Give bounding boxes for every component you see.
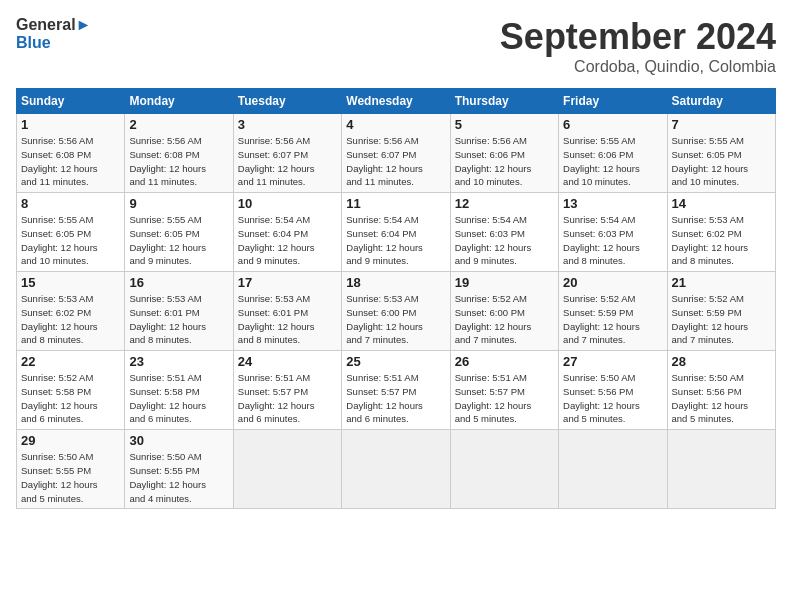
day-info: Sunrise: 5:56 AM Sunset: 6:07 PM Dayligh… [238, 134, 337, 189]
day-info: Sunrise: 5:54 AM Sunset: 6:03 PM Dayligh… [455, 213, 554, 268]
day-info: Sunrise: 5:56 AM Sunset: 6:07 PM Dayligh… [346, 134, 445, 189]
day-info: Sunrise: 5:55 AM Sunset: 6:06 PM Dayligh… [563, 134, 662, 189]
day-info: Sunrise: 5:50 AM Sunset: 5:56 PM Dayligh… [563, 371, 662, 426]
calendar-cell: 14Sunrise: 5:53 AM Sunset: 6:02 PM Dayli… [667, 193, 775, 272]
day-number: 17 [238, 275, 337, 290]
calendar-cell: 15Sunrise: 5:53 AM Sunset: 6:02 PM Dayli… [17, 272, 125, 351]
day-number: 28 [672, 354, 771, 369]
calendar-cell: 22Sunrise: 5:52 AM Sunset: 5:58 PM Dayli… [17, 351, 125, 430]
page-header: General► Blue September 2024 Cordoba, Qu… [16, 16, 776, 76]
day-info: Sunrise: 5:51 AM Sunset: 5:57 PM Dayligh… [346, 371, 445, 426]
calendar-week-1: 1Sunrise: 5:56 AM Sunset: 6:08 PM Daylig… [17, 114, 776, 193]
day-info: Sunrise: 5:54 AM Sunset: 6:04 PM Dayligh… [238, 213, 337, 268]
calendar-cell: 10Sunrise: 5:54 AM Sunset: 6:04 PM Dayli… [233, 193, 341, 272]
day-number: 19 [455, 275, 554, 290]
calendar-cell: 13Sunrise: 5:54 AM Sunset: 6:03 PM Dayli… [559, 193, 667, 272]
day-number: 5 [455, 117, 554, 132]
calendar-cell: 11Sunrise: 5:54 AM Sunset: 6:04 PM Dayli… [342, 193, 450, 272]
logo-text-general: General► [16, 16, 91, 34]
day-info: Sunrise: 5:52 AM Sunset: 6:00 PM Dayligh… [455, 292, 554, 347]
day-number: 7 [672, 117, 771, 132]
day-number: 23 [129, 354, 228, 369]
calendar-cell: 8Sunrise: 5:55 AM Sunset: 6:05 PM Daylig… [17, 193, 125, 272]
col-header-friday: Friday [559, 89, 667, 114]
day-number: 27 [563, 354, 662, 369]
day-info: Sunrise: 5:53 AM Sunset: 6:01 PM Dayligh… [129, 292, 228, 347]
calendar-table: SundayMondayTuesdayWednesdayThursdayFrid… [16, 88, 776, 509]
day-number: 6 [563, 117, 662, 132]
calendar-cell: 12Sunrise: 5:54 AM Sunset: 6:03 PM Dayli… [450, 193, 558, 272]
day-number: 3 [238, 117, 337, 132]
calendar-cell: 4Sunrise: 5:56 AM Sunset: 6:07 PM Daylig… [342, 114, 450, 193]
day-number: 13 [563, 196, 662, 211]
day-number: 15 [21, 275, 120, 290]
day-number: 21 [672, 275, 771, 290]
day-info: Sunrise: 5:53 AM Sunset: 6:01 PM Dayligh… [238, 292, 337, 347]
day-info: Sunrise: 5:51 AM Sunset: 5:57 PM Dayligh… [238, 371, 337, 426]
calendar-title: September 2024 [500, 16, 776, 58]
calendar-cell [450, 430, 558, 509]
day-info: Sunrise: 5:52 AM Sunset: 5:58 PM Dayligh… [21, 371, 120, 426]
day-number: 24 [238, 354, 337, 369]
calendar-cell: 19Sunrise: 5:52 AM Sunset: 6:00 PM Dayli… [450, 272, 558, 351]
calendar-cell: 2Sunrise: 5:56 AM Sunset: 6:08 PM Daylig… [125, 114, 233, 193]
calendar-subtitle: Cordoba, Quindio, Colombia [500, 58, 776, 76]
day-info: Sunrise: 5:52 AM Sunset: 5:59 PM Dayligh… [563, 292, 662, 347]
calendar-cell: 24Sunrise: 5:51 AM Sunset: 5:57 PM Dayli… [233, 351, 341, 430]
day-number: 10 [238, 196, 337, 211]
col-header-wednesday: Wednesday [342, 89, 450, 114]
calendar-header-row: SundayMondayTuesdayWednesdayThursdayFrid… [17, 89, 776, 114]
day-number: 22 [21, 354, 120, 369]
day-info: Sunrise: 5:54 AM Sunset: 6:04 PM Dayligh… [346, 213, 445, 268]
day-info: Sunrise: 5:56 AM Sunset: 6:08 PM Dayligh… [129, 134, 228, 189]
day-number: 18 [346, 275, 445, 290]
col-header-tuesday: Tuesday [233, 89, 341, 114]
calendar-cell: 30Sunrise: 5:50 AM Sunset: 5:55 PM Dayli… [125, 430, 233, 509]
calendar-cell [559, 430, 667, 509]
day-number: 25 [346, 354, 445, 369]
day-number: 29 [21, 433, 120, 448]
day-info: Sunrise: 5:51 AM Sunset: 5:58 PM Dayligh… [129, 371, 228, 426]
calendar-cell: 21Sunrise: 5:52 AM Sunset: 5:59 PM Dayli… [667, 272, 775, 351]
day-number: 12 [455, 196, 554, 211]
day-info: Sunrise: 5:55 AM Sunset: 6:05 PM Dayligh… [672, 134, 771, 189]
calendar-cell: 29Sunrise: 5:50 AM Sunset: 5:55 PM Dayli… [17, 430, 125, 509]
day-info: Sunrise: 5:56 AM Sunset: 6:06 PM Dayligh… [455, 134, 554, 189]
day-number: 8 [21, 196, 120, 211]
calendar-cell: 3Sunrise: 5:56 AM Sunset: 6:07 PM Daylig… [233, 114, 341, 193]
day-number: 20 [563, 275, 662, 290]
calendar-week-3: 15Sunrise: 5:53 AM Sunset: 6:02 PM Dayli… [17, 272, 776, 351]
day-info: Sunrise: 5:52 AM Sunset: 5:59 PM Dayligh… [672, 292, 771, 347]
day-info: Sunrise: 5:55 AM Sunset: 6:05 PM Dayligh… [21, 213, 120, 268]
calendar-cell: 25Sunrise: 5:51 AM Sunset: 5:57 PM Dayli… [342, 351, 450, 430]
calendar-body: 1Sunrise: 5:56 AM Sunset: 6:08 PM Daylig… [17, 114, 776, 509]
calendar-week-5: 29Sunrise: 5:50 AM Sunset: 5:55 PM Dayli… [17, 430, 776, 509]
logo-box: General► Blue [16, 16, 91, 51]
day-info: Sunrise: 5:50 AM Sunset: 5:56 PM Dayligh… [672, 371, 771, 426]
calendar-cell: 27Sunrise: 5:50 AM Sunset: 5:56 PM Dayli… [559, 351, 667, 430]
calendar-cell [233, 430, 341, 509]
day-number: 4 [346, 117, 445, 132]
day-number: 14 [672, 196, 771, 211]
calendar-cell: 20Sunrise: 5:52 AM Sunset: 5:59 PM Dayli… [559, 272, 667, 351]
calendar-cell: 18Sunrise: 5:53 AM Sunset: 6:00 PM Dayli… [342, 272, 450, 351]
day-info: Sunrise: 5:51 AM Sunset: 5:57 PM Dayligh… [455, 371, 554, 426]
day-number: 30 [129, 433, 228, 448]
logo-text-blue: Blue [16, 34, 91, 52]
calendar-cell: 26Sunrise: 5:51 AM Sunset: 5:57 PM Dayli… [450, 351, 558, 430]
day-info: Sunrise: 5:55 AM Sunset: 6:05 PM Dayligh… [129, 213, 228, 268]
day-number: 2 [129, 117, 228, 132]
day-number: 1 [21, 117, 120, 132]
calendar-cell [342, 430, 450, 509]
day-info: Sunrise: 5:53 AM Sunset: 6:00 PM Dayligh… [346, 292, 445, 347]
calendar-cell: 9Sunrise: 5:55 AM Sunset: 6:05 PM Daylig… [125, 193, 233, 272]
col-header-saturday: Saturday [667, 89, 775, 114]
calendar-cell: 28Sunrise: 5:50 AM Sunset: 5:56 PM Dayli… [667, 351, 775, 430]
day-number: 26 [455, 354, 554, 369]
calendar-week-2: 8Sunrise: 5:55 AM Sunset: 6:05 PM Daylig… [17, 193, 776, 272]
logo: General► Blue [16, 16, 91, 51]
day-info: Sunrise: 5:56 AM Sunset: 6:08 PM Dayligh… [21, 134, 120, 189]
calendar-cell [667, 430, 775, 509]
day-info: Sunrise: 5:54 AM Sunset: 6:03 PM Dayligh… [563, 213, 662, 268]
title-block: September 2024 Cordoba, Quindio, Colombi… [500, 16, 776, 76]
